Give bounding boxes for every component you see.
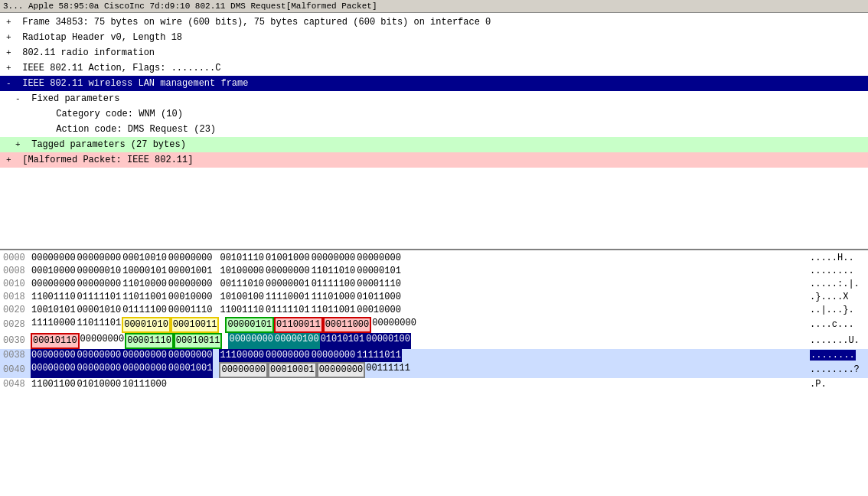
- byte-0010-4[interactable]: 00111010: [219, 278, 265, 291]
- tree-row-ieee-mgmt[interactable]: - IEEE 802.11 wireless LAN management fr…: [0, 76, 868, 91]
- byte-0018-3[interactable]: 00010000: [168, 291, 214, 304]
- bytes-0048[interactable]: 11001100 01010000 10111000: [31, 378, 804, 391]
- byte-0000-3[interactable]: 00000000: [168, 252, 214, 265]
- byte-0008-7[interactable]: 00000101: [356, 265, 402, 278]
- hex-dump-panel[interactable]: 0000 00000000 00000000 00010010 00000000…: [0, 250, 868, 496]
- bytes-0040[interactable]: 00000000 00000000 00000000 00001001 0000…: [31, 362, 804, 378]
- byte-0028-1[interactable]: 11011101: [77, 317, 122, 333]
- expand-icon-radiotap[interactable]: +: [6, 31, 17, 44]
- tree-row-action-code[interactable]: Action code: DMS Request (23): [0, 122, 868, 137]
- expand-icon-frame[interactable]: +: [6, 15, 17, 29]
- byte-0038-1[interactable]: 00000000: [77, 349, 122, 362]
- bytes-0020[interactable]: 10010101 00001010 01111100 00001110 1100…: [31, 304, 804, 317]
- byte-0010-5[interactable]: 00000001: [265, 278, 311, 291]
- byte-0030-6[interactable]: 01010101: [320, 333, 366, 349]
- byte-0040-4[interactable]: 00000000: [219, 362, 268, 378]
- packet-tree-panel[interactable]: + Frame 34853: 75 bytes on wire (600 bit…: [0, 13, 868, 250]
- byte-0008-1[interactable]: 00000010: [77, 265, 122, 278]
- bytes-0038[interactable]: 00000000 00000000 00000000 00000000 1110…: [31, 349, 804, 362]
- byte-0038-0[interactable]: 00000000: [31, 349, 77, 362]
- byte-0000-4[interactable]: 00101110: [219, 252, 265, 265]
- byte-0030-7[interactable]: 00000100: [365, 333, 411, 349]
- byte-0010-0[interactable]: 00000000: [31, 278, 77, 291]
- byte-0040-6[interactable]: 00000000: [317, 362, 366, 378]
- byte-0030-1[interactable]: 00000000: [80, 333, 126, 349]
- byte-0028-0[interactable]: 11110000: [31, 317, 77, 333]
- byte-0010-1[interactable]: 00000000: [77, 278, 122, 291]
- byte-0030-5[interactable]: 00000100: [274, 333, 320, 349]
- byte-0008-2[interactable]: 10000101: [122, 265, 168, 278]
- byte-0020-3[interactable]: 00001110: [168, 304, 214, 317]
- bytes-0008[interactable]: 00010000 00000010 10000101 00001001 1010…: [31, 265, 804, 278]
- expand-icon-ieee-action[interactable]: +: [6, 61, 17, 75]
- byte-0040-2[interactable]: 00000000: [122, 362, 168, 378]
- byte-0040-3[interactable]: 00001001: [168, 362, 214, 378]
- byte-0028-2[interactable]: 00001010: [122, 317, 171, 333]
- byte-0030-3[interactable]: 00010011: [174, 333, 223, 349]
- byte-0008-5[interactable]: 00000000: [265, 265, 311, 278]
- byte-0028-5[interactable]: 01100011: [274, 317, 323, 333]
- byte-0010-2[interactable]: 11010000: [122, 278, 168, 291]
- byte-0010-3[interactable]: 00000000: [168, 278, 214, 291]
- byte-0028-7[interactable]: 00000000: [371, 317, 417, 333]
- bytes-0030[interactable]: 00010110 00000000 00001110 00010011 0000…: [31, 333, 804, 349]
- byte-0008-0[interactable]: 00010000: [31, 265, 77, 278]
- tree-row-ieee-action[interactable]: + IEEE 802.11 Action, Flags: ........C: [0, 60, 868, 76]
- byte-0020-0[interactable]: 10010101: [31, 304, 77, 317]
- byte-0010-7[interactable]: 00001110: [356, 278, 402, 291]
- expand-icon-ieee-mgmt[interactable]: -: [6, 77, 17, 90]
- tree-row-radiotap[interactable]: + Radiotap Header v0, Length 18: [0, 30, 868, 45]
- byte-0038-7[interactable]: 11111011: [356, 349, 402, 362]
- byte-0010-6[interactable]: 01111100: [311, 278, 357, 291]
- byte-0040-5[interactable]: 00010001: [268, 362, 317, 378]
- byte-0000-2[interactable]: 00010010: [122, 252, 168, 265]
- byte-0000-0[interactable]: 00000000: [31, 252, 77, 265]
- tree-row-tagged[interactable]: + Tagged parameters (27 bytes): [0, 137, 868, 152]
- byte-0028-4[interactable]: 00000101: [225, 317, 274, 333]
- byte-0018-2[interactable]: 11011001: [122, 291, 168, 304]
- byte-0038-5[interactable]: 00000000: [265, 349, 311, 362]
- byte-0018-5[interactable]: 11110001: [265, 291, 311, 304]
- byte-0048-1[interactable]: 01010000: [77, 378, 122, 391]
- tree-row-category[interactable]: Category code: WNM (10): [0, 106, 868, 122]
- byte-0040-1[interactable]: 00000000: [77, 362, 122, 378]
- byte-0030-4[interactable]: 00000000: [228, 333, 274, 349]
- byte-0008-3[interactable]: 00001001: [168, 265, 214, 278]
- byte-0018-0[interactable]: 11001110: [31, 291, 77, 304]
- byte-0000-6[interactable]: 00000000: [311, 252, 357, 265]
- byte-0030-0[interactable]: 00010110: [31, 333, 80, 349]
- byte-0048-2[interactable]: 10111000: [122, 378, 168, 391]
- tree-row-malformed[interactable]: + [Malformed Packet: IEEE 802.11]: [0, 152, 868, 168]
- byte-0000-5[interactable]: 01001000: [265, 252, 311, 265]
- byte-0040-7[interactable]: 00111111: [365, 362, 411, 378]
- bytes-0010[interactable]: 00000000 00000000 11010000 00000000 0011…: [31, 278, 804, 291]
- byte-0038-3[interactable]: 00000000: [168, 349, 214, 362]
- expand-icon-radio-info[interactable]: +: [6, 46, 17, 60]
- byte-0048-0[interactable]: 11001100: [31, 378, 77, 391]
- byte-0000-1[interactable]: 00000000: [77, 252, 122, 265]
- byte-0008-4[interactable]: 10100000: [219, 265, 265, 278]
- byte-0018-6[interactable]: 11101000: [311, 291, 357, 304]
- bytes-0018[interactable]: 11001110 01111101 11011001 00010000 1010…: [31, 291, 804, 304]
- byte-0020-5[interactable]: 01111101: [265, 304, 311, 317]
- byte-0030-2[interactable]: 00001110: [125, 333, 174, 349]
- byte-0020-7[interactable]: 00010000: [356, 304, 402, 317]
- byte-0028-6[interactable]: 00011000: [323, 317, 372, 333]
- tree-row-fixed-params[interactable]: - Fixed parameters: [0, 91, 868, 106]
- byte-0028-3[interactable]: 00010011: [171, 317, 220, 333]
- expand-icon-malformed[interactable]: +: [6, 153, 17, 167]
- tree-row-radio-info[interactable]: + 802.11 radio information: [0, 45, 868, 60]
- expand-icon-fixed-params[interactable]: -: [15, 92, 26, 106]
- byte-0018-4[interactable]: 10100100: [219, 291, 265, 304]
- byte-0020-4[interactable]: 11001110: [219, 304, 265, 317]
- byte-0020-1[interactable]: 00001010: [77, 304, 122, 317]
- expand-icon-tagged[interactable]: +: [15, 138, 26, 152]
- byte-0018-1[interactable]: 01111101: [77, 291, 122, 304]
- byte-0040-0[interactable]: 00000000: [31, 362, 77, 378]
- byte-0038-6[interactable]: 00000000: [311, 349, 357, 362]
- tree-row-frame[interactable]: + Frame 34853: 75 bytes on wire (600 bit…: [0, 15, 868, 30]
- byte-0000-7[interactable]: 00000000: [356, 252, 402, 265]
- byte-0038-4[interactable]: 11100000: [219, 349, 265, 362]
- byte-0018-7[interactable]: 01011000: [356, 291, 402, 304]
- byte-0008-6[interactable]: 11011010: [311, 265, 357, 278]
